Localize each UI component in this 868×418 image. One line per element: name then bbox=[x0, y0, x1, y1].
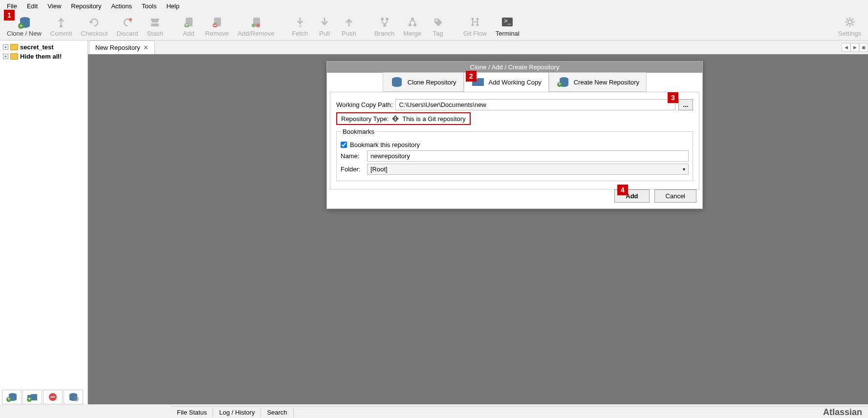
expand-icon[interactable]: + bbox=[3, 44, 8, 50]
menu-view[interactable]: View bbox=[43, 1, 66, 11]
dialog-tab-label: Add Working Copy bbox=[489, 79, 542, 86]
toolbar-label: Remove bbox=[205, 30, 229, 37]
repository-sidebar: + secret_test + Hide them all! bbox=[0, 41, 88, 404]
menu-help[interactable]: Help bbox=[161, 1, 184, 11]
svg-text:+: + bbox=[7, 395, 11, 402]
add-icon: + bbox=[181, 14, 196, 30]
svg-point-19 bbox=[383, 24, 386, 27]
folder-label: Folder: bbox=[341, 166, 364, 173]
tab-scroll-right[interactable]: ▶ bbox=[850, 43, 859, 52]
add-remove-icon bbox=[248, 14, 264, 30]
svg-point-48 bbox=[395, 119, 396, 121]
chevron-down-icon: ▾ bbox=[683, 167, 685, 172]
toolbar-discard[interactable]: Discard bbox=[113, 13, 142, 38]
toolbar-label: Commit bbox=[50, 30, 72, 37]
tab-new-repository[interactable]: New Repository ✕ bbox=[89, 41, 155, 54]
svg-point-6 bbox=[129, 18, 132, 21]
svg-point-24 bbox=[471, 18, 474, 21]
svg-point-25 bbox=[476, 18, 478, 21]
toolbar-merge[interactable]: Merge bbox=[399, 13, 425, 38]
toolbar-push[interactable]: Push bbox=[337, 13, 361, 38]
sidebar-add-folder-button[interactable]: + bbox=[22, 390, 42, 404]
toolbar-settings[interactable]: Settings bbox=[834, 13, 865, 38]
pull-icon bbox=[317, 14, 332, 30]
menu-edit[interactable]: Edit bbox=[22, 1, 43, 11]
toolbar-add-remove[interactable]: Add/Remove bbox=[234, 13, 278, 38]
svg-rect-57 bbox=[50, 397, 55, 397]
toolbar: + Clone / New Commit Checkout Discard St… bbox=[0, 12, 868, 40]
svg-line-37 bbox=[846, 24, 848, 25]
remove-icon bbox=[209, 14, 225, 30]
toolbar-git-flow[interactable]: Git Flow bbox=[459, 13, 491, 38]
toolbar-pull[interactable]: Pull bbox=[313, 13, 336, 38]
svg-point-16 bbox=[299, 25, 301, 27]
svg-point-5 bbox=[60, 25, 63, 27]
database-create-icon: + bbox=[556, 77, 570, 87]
toolbar-label: Fetch bbox=[292, 30, 308, 37]
sidebar-remove-button[interactable] bbox=[43, 390, 63, 404]
status-log-history[interactable]: Log / History bbox=[213, 407, 261, 418]
tab-menu[interactable]: ▣ bbox=[859, 43, 868, 52]
menu-bar: File Edit View Repository Actions Tools … bbox=[0, 0, 868, 12]
marker-2: 2 bbox=[466, 71, 477, 82]
svg-point-21 bbox=[413, 23, 416, 26]
toolbar-label: Tag bbox=[433, 30, 443, 37]
working-copy-path-input[interactable] bbox=[395, 99, 675, 110]
svg-point-18 bbox=[386, 18, 389, 21]
status-search[interactable]: Search bbox=[261, 407, 293, 418]
folder-icon bbox=[10, 44, 18, 50]
toolbar-label: Settings bbox=[838, 30, 861, 37]
toolbar-label: Stash bbox=[147, 30, 163, 37]
sidebar-item-hide-them-all[interactable]: + Hide them all! bbox=[0, 52, 87, 61]
toolbar-terminal[interactable]: >_Terminal bbox=[492, 13, 523, 38]
repo-type-value: This is a Git repository bbox=[402, 115, 465, 123]
browse-button[interactable]: ... bbox=[678, 99, 693, 110]
svg-point-14 bbox=[252, 23, 256, 27]
toolbar-remove[interactable]: Remove bbox=[201, 13, 233, 38]
toolbar-tag[interactable]: Tag bbox=[426, 13, 450, 38]
bookmark-checkbox[interactable] bbox=[341, 142, 347, 148]
dialog-tab-label: Create New Repository bbox=[574, 79, 639, 86]
dialog-tab-clone[interactable]: Clone Repository bbox=[383, 72, 464, 92]
brand-logo: Atlassian bbox=[823, 407, 868, 418]
toolbar-commit[interactable]: Commit bbox=[46, 13, 76, 38]
svg-line-35 bbox=[846, 19, 848, 20]
tab-strip: New Repository ✕ ◀ ▶ ▣ bbox=[88, 41, 868, 54]
toolbar-checkout[interactable]: Checkout bbox=[77, 13, 112, 38]
svg-point-20 bbox=[409, 23, 412, 26]
close-icon[interactable]: ✕ bbox=[143, 44, 149, 51]
svg-point-41 bbox=[392, 83, 402, 87]
svg-line-38 bbox=[852, 19, 853, 20]
toolbar-fetch[interactable]: Fetch bbox=[288, 13, 312, 38]
menu-tools[interactable]: Tools bbox=[137, 1, 161, 11]
menu-repository[interactable]: Repository bbox=[66, 1, 106, 11]
repository-type-box: Repository Type: This is a Git repositor… bbox=[336, 112, 471, 125]
svg-text:+: + bbox=[20, 22, 23, 29]
sidebar-item-secret-test[interactable]: + secret_test bbox=[0, 42, 87, 52]
svg-point-17 bbox=[381, 18, 384, 21]
folder-select[interactable]: [Root] ▾ bbox=[367, 164, 689, 175]
name-input[interactable] bbox=[367, 150, 689, 162]
toolbar-stash[interactable]: Stash bbox=[143, 13, 167, 38]
toolbar-add[interactable]: +Add bbox=[177, 13, 200, 38]
cancel-button[interactable]: Cancel bbox=[654, 189, 696, 203]
svg-rect-12 bbox=[214, 25, 217, 26]
stash-icon bbox=[147, 14, 163, 30]
expand-icon[interactable]: + bbox=[3, 54, 8, 59]
menu-actions[interactable]: Actions bbox=[106, 1, 137, 11]
tab-scroll-left[interactable]: ◀ bbox=[842, 43, 850, 52]
sidebar-settings-button[interactable] bbox=[64, 390, 83, 404]
sidebar-add-repo-button[interactable]: + bbox=[2, 390, 22, 404]
terminal-icon: >_ bbox=[499, 14, 515, 30]
dialog-tab-create[interactable]: + Create New Repository bbox=[549, 72, 647, 92]
dialog-tab-label: Clone Repository bbox=[408, 79, 456, 86]
toolbar-label: Discard bbox=[117, 30, 138, 37]
status-bar: File Status Log / History Search Atlassi… bbox=[171, 406, 868, 418]
database-clone-icon bbox=[390, 77, 404, 87]
toolbar-branch[interactable]: Branch bbox=[370, 13, 398, 38]
commit-icon bbox=[53, 14, 69, 30]
toolbar-label: Checkout bbox=[81, 30, 108, 37]
gitflow-icon bbox=[467, 14, 483, 30]
tag-icon bbox=[430, 14, 446, 30]
status-file-status[interactable]: File Status bbox=[171, 407, 213, 418]
